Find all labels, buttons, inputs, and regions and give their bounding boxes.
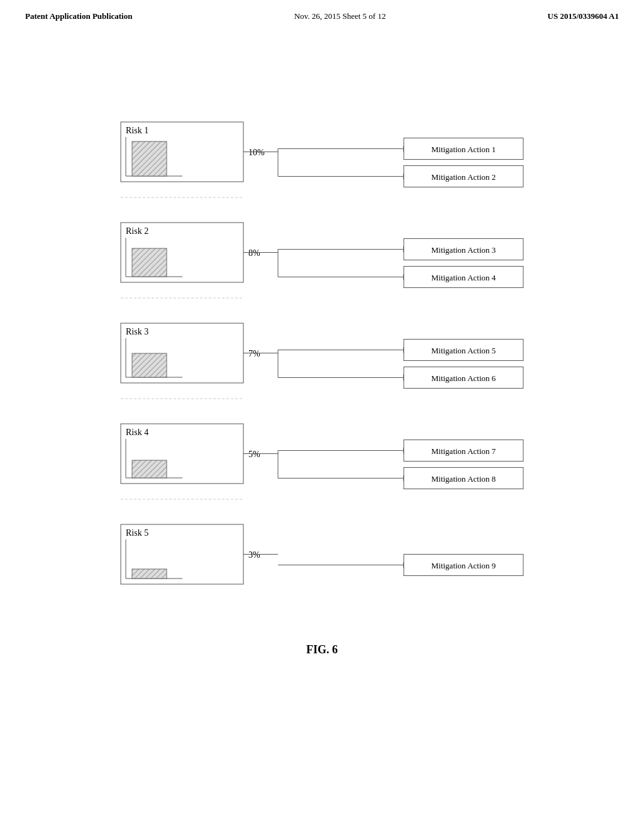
svg-text:Mitigation Action 2: Mitigation Action 2 [431,172,496,182]
svg-rect-40 [132,353,167,377]
diagram: Risk 110%Mitigation Action 1Mitigation A… [102,109,542,618]
svg-rect-74 [132,569,167,578]
header-left: Patent Application Publication [25,11,132,21]
svg-text:Mitigation Action 3: Mitigation Action 3 [431,245,496,255]
svg-text:Mitigation Action 1: Mitigation Action 1 [431,145,496,154]
svg-text:Risk 5: Risk 5 [126,528,148,538]
svg-text:Mitigation Action 9: Mitigation Action 9 [431,561,496,570]
svg-text:Mitigation Action 6: Mitigation Action 6 [431,374,496,383]
svg-text:Risk 3: Risk 3 [126,327,148,336]
page-header: Patent Application Publication Nov. 26, … [0,0,644,21]
svg-text:Risk 4: Risk 4 [126,428,148,437]
svg-text:Risk 1: Risk 1 [126,126,148,135]
figure-caption: FIG. 6 [306,643,338,656]
header-center: Nov. 26, 2015 Sheet 5 of 12 [294,11,386,21]
svg-rect-57 [132,460,167,478]
svg-text:Mitigation Action 4: Mitigation Action 4 [431,273,496,282]
svg-text:Risk 2: Risk 2 [126,226,148,236]
svg-text:Mitigation Action 8: Mitigation Action 8 [431,474,496,484]
header-right: US 2015/0339604 A1 [548,11,619,21]
svg-text:Mitigation Action 7: Mitigation Action 7 [431,446,496,456]
svg-rect-6 [132,141,167,176]
svg-rect-23 [132,248,167,277]
main-content: Risk 110%Mitigation Action 1Mitigation A… [0,21,644,656]
svg-text:Mitigation Action 5: Mitigation Action 5 [431,346,496,355]
